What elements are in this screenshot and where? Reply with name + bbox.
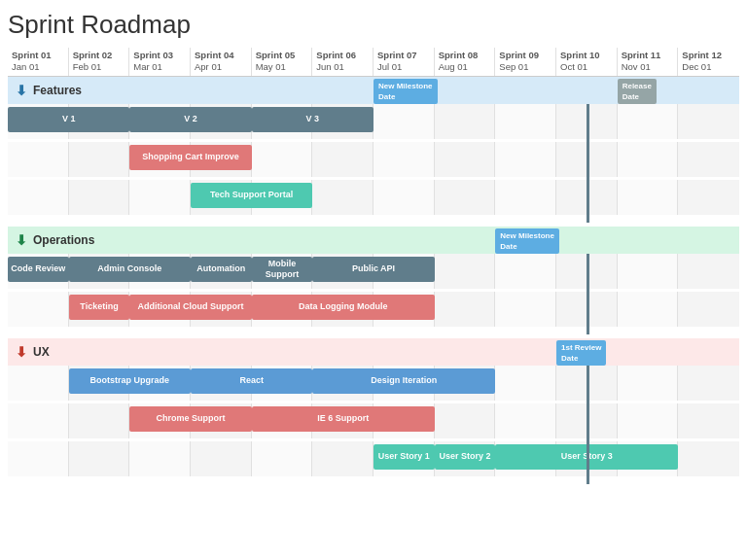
page-title: Sprint Roadmap <box>8 10 739 40</box>
milestone-badge: 1st ReviewDate <box>556 340 606 366</box>
lane-bg-cell <box>435 180 496 215</box>
operations-lanes: Code ReviewAdmin ConsoleAutomationMobile… <box>8 254 739 334</box>
lane-bg-cell <box>495 180 556 215</box>
ux-label: UX <box>33 345 50 359</box>
milestone-badge: New MilestoneDate <box>374 79 438 104</box>
lane-bg-cell <box>435 403 496 438</box>
task-bar: Mobile Support <box>252 257 313 282</box>
lane-bg-cell <box>678 180 739 215</box>
ux-section: ⬇ UX 1st ReviewDate Bootstrap UpgradeRea… <box>8 338 739 484</box>
lane-row: Bootstrap UpgradeReactDesign Iteration <box>8 366 739 401</box>
lane-bg-cell <box>435 254 496 289</box>
sprint-col-header: Sprint 04Apr 01 <box>191 48 252 76</box>
task-bar: Tech Support Portal <box>191 183 312 208</box>
lane-bg-cell <box>8 142 69 177</box>
task-bar: V 1 <box>8 107 129 132</box>
gantt-container: Sprint 01Jan 01Sprint 02Feb 01Sprint 03M… <box>8 48 739 488</box>
features-arrow: ⬇ <box>16 83 27 98</box>
lane-bg-cell <box>312 180 374 215</box>
lane-bg-cell <box>678 292 739 327</box>
lane-bg-cell <box>618 403 679 438</box>
lane-bg-cell <box>69 441 130 476</box>
lane-bg-cell <box>69 142 130 177</box>
lane-bg-cell <box>8 403 69 438</box>
lane-bg-cell <box>618 104 679 139</box>
milestone-badge: ReleaseDate <box>618 79 657 104</box>
page: Sprint Roadmap Sprint 01Jan 01Sprint 02F… <box>0 0 747 560</box>
sprint-col-header: Sprint 05May 01 <box>252 48 313 76</box>
sprint-col-header: Sprint 08Aug 01 <box>435 48 496 76</box>
task-bar: Design Iteration <box>312 368 495 394</box>
lane-bg-cell <box>495 254 556 289</box>
features-lanes: V 1V 2V 3Shopping Cart ImproveTech Suppo… <box>8 104 739 223</box>
lane-bg-cell <box>495 366 556 401</box>
ux-arrow: ⬇ <box>16 344 27 360</box>
task-bar: Additional Cloud Support <box>129 295 251 320</box>
lane-bg-cell <box>191 441 252 476</box>
lane-bg-cell <box>252 142 313 177</box>
task-bar: Public API <box>312 257 434 282</box>
lane-bg-cell <box>252 441 313 476</box>
lane-bg-cell <box>618 180 679 215</box>
lane-bg-cell <box>8 292 69 327</box>
lane-row: Chrome SupportIE 6 Support <box>8 403 739 438</box>
task-bar: Chrome Support <box>129 406 251 432</box>
sprint-col-header: Sprint 07Jul 01 <box>374 48 435 76</box>
task-bar: V 3 <box>252 107 374 132</box>
lane-bg-cell <box>435 292 496 327</box>
task-bar: Shopping Cart Improve <box>129 145 251 170</box>
task-bar: React <box>191 368 312 394</box>
lane-row: Tech Support Portal <box>8 180 739 215</box>
vertical-line <box>587 104 589 223</box>
sprint-header: Sprint 01Jan 01Sprint 02Feb 01Sprint 03M… <box>8 48 739 77</box>
lane-bg-cell <box>678 366 739 401</box>
lane-bg-cell <box>678 142 739 177</box>
lanes-wrapper: Bootstrap UpgradeReactDesign IterationCh… <box>8 366 739 484</box>
ux-lanes: Bootstrap UpgradeReactDesign IterationCh… <box>8 366 739 484</box>
lane-bg-cell <box>374 104 435 139</box>
lane-bg-cell <box>495 292 556 327</box>
ux-header: ⬇ UX 1st ReviewDate <box>8 338 739 366</box>
lane-bg-cell <box>8 180 69 215</box>
lane-bg-grid <box>8 180 739 215</box>
sprint-col-header: Sprint 10Oct 01 <box>556 48 618 76</box>
lane-row: V 1V 2V 3 <box>8 104 739 139</box>
sprint-col-header: Sprint 11Nov 01 <box>618 48 679 76</box>
lane-bg-cell <box>8 366 69 401</box>
lane-bg-cell <box>129 180 191 215</box>
lane-bg-cell <box>374 180 435 215</box>
task-bar: Admin Console <box>69 257 191 282</box>
task-bar: Data Logging Module <box>252 295 435 320</box>
features-header: ⬇ Features New MilestoneDateReleaseDate <box>8 77 739 104</box>
operations-label: Operations <box>33 233 94 247</box>
lane-bg-cell <box>435 142 496 177</box>
task-bar: Bootstrap Upgrade <box>69 368 191 394</box>
sprint-col-header: Sprint 12Dec 01 <box>678 48 739 76</box>
task-bar: V 2 <box>129 107 251 132</box>
lane-bg-cell <box>129 441 191 476</box>
lane-row: TicketingAdditional Cloud SupportData Lo… <box>8 292 739 327</box>
vertical-line <box>587 366 589 484</box>
lane-bg-cell <box>618 254 679 289</box>
sprint-col-header: Sprint 06Jun 01 <box>312 48 374 76</box>
lane-bg-cell <box>618 142 679 177</box>
task-bar: IE 6 Support <box>252 406 435 432</box>
lanes-wrapper: Code ReviewAdmin ConsoleAutomationMobile… <box>8 254 739 334</box>
lane-bg-cell <box>312 142 374 177</box>
lane-bg-cell <box>678 254 739 289</box>
lane-row: Shopping Cart Improve <box>8 142 739 177</box>
lane-bg-cell <box>618 366 679 401</box>
task-bar: Ticketing <box>69 295 130 320</box>
lane-bg-cell <box>435 104 496 139</box>
milestone-badge: New MilestoneDate <box>495 228 559 254</box>
lane-bg-grid <box>8 142 739 177</box>
task-bar: Code Review <box>8 257 69 282</box>
features-section: ⬇ Features New MilestoneDateReleaseDate … <box>8 77 739 223</box>
lane-bg-cell <box>495 104 556 139</box>
sprint-col-header: Sprint 03Mar 01 <box>129 48 191 76</box>
operations-header: ⬇ Operations New MilestoneDate <box>8 227 739 254</box>
lane-bg-cell <box>678 441 739 476</box>
lane-row: Code ReviewAdmin ConsoleAutomationMobile… <box>8 254 739 289</box>
sprint-col-header: Sprint 02Feb 01 <box>69 48 130 76</box>
lanes-wrapper: V 1V 2V 3Shopping Cart ImproveTech Suppo… <box>8 104 739 223</box>
